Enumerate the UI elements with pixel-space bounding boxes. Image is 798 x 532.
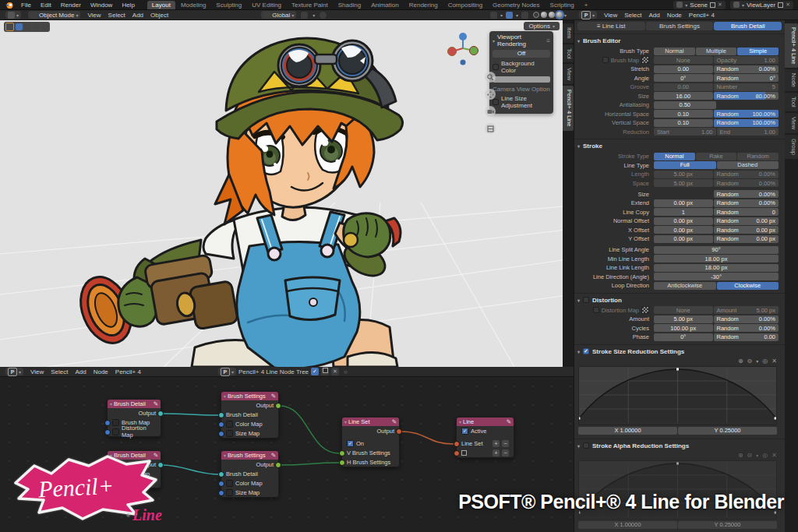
blender-logo-icon[interactable] <box>5 1 13 9</box>
editor-type-button[interactable]: ▾ <box>5 11 21 19</box>
line-link-length-value[interactable]: 18.00 px <box>654 264 779 272</box>
line-type-full[interactable]: Full <box>654 161 716 169</box>
scene-dropdown-icon[interactable]: ▾ <box>685 2 687 8</box>
curve-zoom-in-icon[interactable]: ⊕ <box>738 452 743 459</box>
output-socket[interactable] <box>275 462 281 468</box>
stroke-type-random[interactable]: Random <box>737 153 779 160</box>
workspace-modeling[interactable]: Modeling <box>176 1 210 9</box>
stroke-type-normal[interactable]: Normal <box>654 153 695 160</box>
snapping-dropdown-icon[interactable]: ▾ <box>312 12 315 18</box>
background-color-swatch[interactable] <box>493 76 550 83</box>
ne-menu-pencil4[interactable]: Pencil+ 4 <box>115 368 141 375</box>
input-socket[interactable] <box>218 481 224 487</box>
reduction-end[interactable]: End1.00 <box>717 128 779 136</box>
zoom-nav-icon[interactable] <box>485 72 496 83</box>
angle-random[interactable]: Random0° <box>714 74 779 82</box>
stretch-value[interactable]: 0.00 <box>654 65 713 73</box>
edit-pencil-icon[interactable]: ✎ <box>271 452 276 459</box>
line-copy-value[interactable]: 1 <box>654 208 713 216</box>
background-color-checkbox[interactable] <box>493 64 499 70</box>
loop-anticlockwise[interactable]: Anticlockwise <box>654 282 716 290</box>
duplicate-icon[interactable] <box>461 450 467 456</box>
output-socket[interactable] <box>396 428 402 435</box>
vspace-random[interactable]: Random100.00% <box>714 119 779 127</box>
scene-unlink-icon[interactable]: ✕ <box>718 2 722 8</box>
curve-clipping-icon[interactable]: ◎ <box>762 452 768 459</box>
line-copy-random[interactable]: Random0 <box>714 208 779 216</box>
vp-tab-pencil4line[interactable]: Pencil+ 4 Line <box>563 86 574 130</box>
extend-value[interactable]: 0.00 px <box>654 199 713 207</box>
brush-type-multiple[interactable]: Multiple <box>696 48 737 55</box>
groove-value[interactable]: 0.00 <box>654 83 713 91</box>
alpha-curve-y-field[interactable]: Y 0.25000 <box>678 521 777 529</box>
vp-menu-select[interactable]: Select <box>108 12 125 19</box>
groove-number[interactable]: Number5 <box>714 83 779 91</box>
rp-tab-tool[interactable]: Tool <box>785 93 798 111</box>
input-socket[interactable] <box>339 450 345 456</box>
size-reduction-curve[interactable] <box>578 366 777 425</box>
input-socket[interactable] <box>339 460 345 466</box>
panel-collapse-icon[interactable]: ▾ <box>493 38 495 44</box>
ne-menu-node[interactable]: Node <box>94 368 108 375</box>
stroke-type-rake[interactable]: Rake <box>696 153 737 160</box>
size-random[interactable]: Random80.00% <box>714 92 779 100</box>
transform-orientation-selector[interactable]: Global▾ <box>261 11 296 19</box>
workspace-animation[interactable]: Animation <box>366 1 404 9</box>
x-offset-value[interactable]: 0.00 px <box>654 226 713 234</box>
on-checkbox[interactable]: ✓ <box>347 440 354 447</box>
line-split-angle-value[interactable]: 90° <box>654 246 779 254</box>
input-socket[interactable] <box>218 412 224 418</box>
space-random[interactable]: Random0.00% <box>714 179 779 187</box>
tab-brush-detail[interactable]: Brush Detail <box>714 22 782 30</box>
x-offset-random[interactable]: Random0.00 px <box>714 226 779 234</box>
node-tree-protect-icon[interactable]: ✓ <box>311 368 319 375</box>
shading-rendered-icon[interactable] <box>556 12 563 18</box>
rp-menu-select[interactable]: Select <box>624 12 641 19</box>
brush-map-checkbox[interactable] <box>602 57 609 63</box>
line-type-dashed[interactable]: Dashed <box>717 161 779 169</box>
input-socket[interactable] <box>104 420 111 426</box>
workspace-compositing[interactable]: Compositing <box>443 1 487 9</box>
select-circle-tool-icon[interactable] <box>24 23 31 30</box>
rp-tab-node[interactable]: Node <box>785 69 798 91</box>
edit-pencil-icon[interactable]: ✎ <box>154 400 158 407</box>
rp-menu-pencil4[interactable]: Pencil+ 4 <box>689 12 715 19</box>
mode-selector[interactable]: Object Mode▾ <box>28 11 80 19</box>
viewport-3d[interactable]: Options▾ ▾ Viewport Rendering ≡ Off Back… <box>0 20 574 367</box>
color-map-checkbox[interactable] <box>226 480 233 487</box>
remove-line-set-button[interactable]: − <box>502 440 509 447</box>
reduction-start[interactable]: Start1.00 <box>654 128 716 136</box>
vp-menu-object[interactable]: Object <box>150 12 168 19</box>
node-brush-detail-1[interactable]: ▾Brush Detail✎ Output Brush Map Distorti… <box>107 399 161 437</box>
shading-wireframe-icon[interactable] <box>533 12 539 18</box>
size-curve-x-field[interactable]: X 1.00000 <box>578 427 677 435</box>
rp-menu-view[interactable]: View <box>604 12 617 19</box>
scene-selector[interactable]: ▾ Scene ✕ <box>673 1 726 9</box>
input-socket[interactable] <box>454 441 460 447</box>
size-value[interactable]: 16.00 <box>654 92 713 100</box>
phase-value[interactable]: 0° <box>654 333 713 341</box>
brush-map-value[interactable]: None <box>654 56 713 64</box>
edit-pencil-icon[interactable]: ✎ <box>392 418 397 425</box>
curve-tools-dropdown-icon[interactable]: ▾ <box>756 358 758 364</box>
vp-menu-view[interactable]: View <box>87 12 101 19</box>
hspace-random[interactable]: Random100.00% <box>714 110 779 118</box>
move-nav-icon[interactable] <box>485 89 496 100</box>
min-line-length-value[interactable]: 18.00 px <box>654 255 779 262</box>
input-socket[interactable] <box>218 421 224 428</box>
stroke-panel-header[interactable]: ▾Stroke <box>577 141 782 151</box>
node-tree-name[interactable]: Pencil+ 4 Line Node Tree <box>238 368 309 375</box>
curve-delete-icon[interactable]: ✕ <box>772 358 777 365</box>
panel-menu-icon[interactable]: ≡ <box>546 37 550 44</box>
color-map-checkbox[interactable] <box>226 421 233 428</box>
amount-value[interactable]: 5.00 px <box>654 315 713 323</box>
rp-editor-type-button[interactable]: P▾ <box>579 11 597 19</box>
cycles-value[interactable]: 100.00 px <box>654 324 713 332</box>
navigation-gizmo[interactable] <box>446 31 480 67</box>
node-line-set[interactable]: ▾Line Set✎ Output ✓On V Brush Settings H… <box>341 417 400 467</box>
y-offset-value[interactable]: 0.00 px <box>654 235 713 243</box>
line-direction-value[interactable]: -30° <box>654 273 779 280</box>
workspace-layout[interactable]: Layout <box>147 1 175 9</box>
vp-menu-add[interactable]: Add <box>132 12 143 19</box>
workspace-uv-editing[interactable]: UV Editing <box>247 1 286 9</box>
